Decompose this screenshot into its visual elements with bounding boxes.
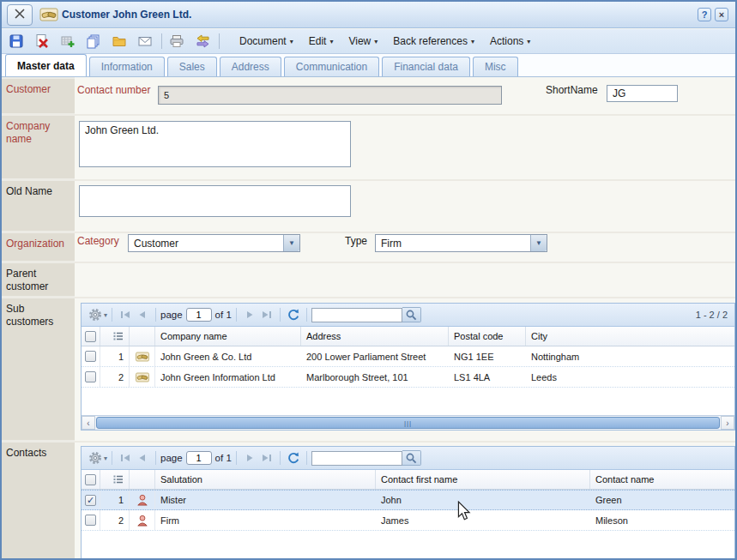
- next-page-icon[interactable]: [243, 452, 257, 464]
- contacts-grid-toolbar: ▾ page of 1: [82, 447, 734, 470]
- gear-icon[interactable]: [88, 452, 102, 464]
- tab-address[interactable]: Address: [220, 57, 281, 76]
- sidebar: Customer Company name Old Name Organizat…: [2, 77, 75, 558]
- search-icon[interactable]: [402, 450, 421, 466]
- column-company-name[interactable]: Company name: [155, 327, 301, 346]
- cell-postal: LS1 4LA: [449, 367, 526, 387]
- sub-customer-row[interactable]: 1 John Green & Co. Ltd 200 Lower Parliam…: [82, 346, 734, 367]
- shortname-label: ShortName: [546, 84, 598, 96]
- column-contact-first-name[interactable]: Contact first name: [376, 470, 590, 489]
- search-icon[interactable]: [402, 307, 421, 322]
- close-button-small[interactable]: ×: [715, 8, 728, 21]
- grid-search-input[interactable]: [311, 451, 402, 466]
- customer-window: Customer John Green Ltd. ? ×: [0, 0, 737, 560]
- titlebar: Customer John Green Ltd. ? ×: [2, 2, 735, 28]
- scroll-right-icon[interactable]: ›: [721, 416, 734, 430]
- grid-search-input[interactable]: [311, 308, 402, 322]
- select-all-checkbox[interactable]: [82, 470, 100, 489]
- copy-icon[interactable]: [84, 33, 103, 50]
- menu-actions[interactable]: Actions▾: [490, 35, 530, 47]
- cell-city: Leeds: [526, 367, 734, 387]
- column-city[interactable]: City: [526, 327, 734, 346]
- chevron-down-icon[interactable]: ▾: [104, 455, 107, 462]
- chevron-down-icon[interactable]: ▾: [104, 311, 107, 319]
- transfer-icon[interactable]: [193, 33, 212, 50]
- icon-column-header[interactable]: [130, 327, 155, 346]
- row-checkbox[interactable]: [82, 346, 100, 366]
- last-page-icon[interactable]: [260, 452, 274, 464]
- company-name-textarea[interactable]: John Green Ltd.: [79, 121, 351, 167]
- save-icon[interactable]: [7, 33, 26, 50]
- toolbar-separator: [236, 308, 237, 322]
- delete-icon[interactable]: [33, 33, 51, 50]
- toolbar-separator: [306, 308, 307, 322]
- page-input[interactable]: [186, 451, 212, 465]
- refresh-icon[interactable]: [287, 452, 300, 464]
- sub-customer-row[interactable]: 2 John Green Information Ltd Marlborough…: [82, 367, 734, 388]
- row-number: 2: [100, 367, 130, 387]
- tab-financial-data[interactable]: Financial data: [382, 57, 470, 76]
- folder-icon[interactable]: [110, 33, 129, 50]
- refresh-icon[interactable]: [287, 309, 300, 321]
- last-page-icon[interactable]: [260, 309, 274, 321]
- column-contact-name[interactable]: Contact name: [590, 470, 734, 489]
- shortname-input[interactable]: [607, 85, 678, 102]
- menu-back-references[interactable]: Back references▾: [393, 35, 474, 47]
- select-all-checkbox[interactable]: [82, 327, 100, 346]
- tab-sales[interactable]: Sales: [167, 57, 217, 76]
- contact-row-selected[interactable]: ✓ 1 Mister John Green: [82, 490, 734, 510]
- sidebar-label-parent-customer: Parent customer: [2, 263, 75, 296]
- first-page-icon[interactable]: [118, 309, 132, 321]
- menu-edit[interactable]: Edit▾: [309, 35, 334, 47]
- page-of-label: of 1: [215, 453, 232, 463]
- icon-column-header[interactable]: [130, 470, 155, 489]
- tab-misc[interactable]: Misc: [473, 57, 518, 76]
- grid-empty-area: [82, 531, 734, 560]
- tab-information[interactable]: Information: [89, 57, 165, 76]
- contact-row[interactable]: 2 Firm James Mileson: [82, 510, 734, 531]
- row-divider: [75, 441, 735, 443]
- column-address[interactable]: Address: [301, 327, 449, 346]
- page-input[interactable]: [186, 308, 212, 322]
- horizontal-scrollbar[interactable]: ‹ ||| ›: [82, 415, 734, 430]
- column-postal-code[interactable]: Postal code: [449, 327, 526, 346]
- menu-document[interactable]: Document▾: [239, 35, 293, 47]
- chevron-down-icon: ▼: [530, 235, 547, 251]
- row-checkbox-checked[interactable]: ✓: [82, 491, 100, 509]
- new-record-icon[interactable]: [58, 33, 77, 50]
- scrollbar-thumb[interactable]: |||: [96, 417, 720, 429]
- row-number-icon[interactable]: [100, 327, 130, 346]
- person-icon: [130, 510, 155, 530]
- mail-icon[interactable]: [136, 33, 154, 50]
- chevron-down-icon: ▾: [374, 38, 378, 45]
- row-divider: [75, 179, 735, 181]
- old-name-textarea[interactable]: [79, 185, 351, 217]
- toolbar-separator: [112, 451, 112, 465]
- next-page-icon[interactable]: [243, 309, 257, 321]
- tab-communication[interactable]: Communication: [284, 57, 379, 76]
- tab-master-data[interactable]: Master data: [5, 54, 87, 76]
- row-checkbox[interactable]: [82, 367, 100, 387]
- prev-page-icon[interactable]: [136, 452, 149, 464]
- toolbar-separator: [112, 308, 112, 322]
- prev-page-icon[interactable]: [136, 309, 149, 321]
- help-button[interactable]: ?: [698, 8, 711, 21]
- print-icon[interactable]: [167, 33, 186, 50]
- chevron-down-icon: ▾: [471, 38, 474, 45]
- cell-name: Green: [590, 491, 734, 509]
- gear-icon[interactable]: [88, 309, 102, 321]
- close-window-button[interactable]: [7, 4, 33, 26]
- contact-number-field[interactable]: [158, 86, 502, 105]
- type-select[interactable]: Firm ▼: [375, 234, 547, 252]
- first-page-icon[interactable]: [118, 452, 132, 464]
- contacts-grid-header: Salutation Contact first name Contact na…: [82, 470, 734, 490]
- category-select[interactable]: Customer ▼: [128, 234, 300, 252]
- row-divider: [75, 297, 735, 298]
- toolbar-separator: [236, 451, 237, 465]
- row-number-icon[interactable]: [100, 470, 130, 489]
- column-salutation[interactable]: Salutation: [155, 470, 376, 489]
- sidebar-label-contacts: Contacts: [2, 443, 75, 560]
- row-checkbox[interactable]: [82, 510, 100, 530]
- scroll-left-icon[interactable]: ‹: [82, 416, 95, 430]
- menu-view[interactable]: View▾: [348, 35, 378, 47]
